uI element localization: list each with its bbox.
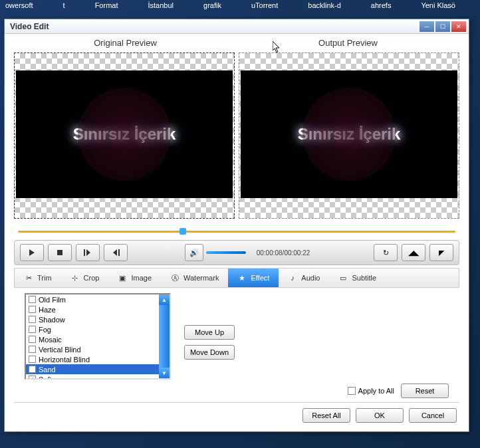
- ok-button[interactable]: OK: [356, 408, 404, 423]
- tab-trim[interactable]: ✂Trim: [15, 269, 61, 287]
- effect-item[interactable]: Mosaic: [26, 334, 159, 344]
- apply-row: Apply to All Reset: [25, 384, 449, 398]
- svg-rect-2: [118, 249, 120, 256]
- desktop-icon[interactable]: İstanbul: [148, 1, 174, 17]
- tab-audio[interactable]: ♪Audio: [279, 269, 329, 287]
- desktop-icon[interactable]: grafik: [203, 1, 221, 17]
- separator: [14, 402, 459, 403]
- reset-all-button[interactable]: Reset All: [302, 408, 350, 423]
- scroll-up-button[interactable]: ▲: [159, 294, 170, 305]
- watermark-icon: Ⓐ: [170, 273, 180, 282]
- scissors-icon: ✂: [24, 273, 33, 282]
- svg-rect-0: [57, 250, 62, 255]
- effect-item[interactable]: Old Film: [26, 294, 159, 304]
- volume-control: 🔊: [185, 244, 246, 261]
- effect-checkbox[interactable]: [29, 336, 36, 343]
- effect-checkbox[interactable]: [29, 296, 36, 303]
- checkbox-icon: [348, 387, 356, 395]
- effect-item[interactable]: Sand: [26, 364, 159, 374]
- effect-label: Shadow: [39, 316, 65, 324]
- output-preview[interactable]: Sınırsız İçerik: [239, 53, 459, 219]
- effect-checkbox[interactable]: [29, 356, 36, 363]
- effect-item[interactable]: Haze: [26, 304, 159, 314]
- desktop-icon[interactable]: backlink-d: [308, 1, 341, 17]
- effect-item[interactable]: Vertical Blind: [26, 344, 159, 354]
- star-icon: ★: [237, 273, 247, 282]
- effect-checkbox[interactable]: [29, 306, 36, 313]
- move-up-button[interactable]: Move Up: [184, 325, 235, 340]
- output-preview-label: Output Preview: [237, 38, 459, 53]
- desktop-icon[interactable]: Yeni Klasö: [421, 1, 455, 17]
- stop-button[interactable]: [48, 244, 72, 261]
- original-preview-label: Original Preview: [14, 38, 237, 53]
- effect-checkbox[interactable]: [29, 346, 36, 353]
- effect-label: Soften: [39, 376, 60, 379]
- effect-order-buttons: Move Up Move Down: [184, 293, 235, 380]
- effect-label: Old Film: [39, 296, 66, 304]
- effect-panel: Old FilmHazeShadowFogMosaicVertical Blin…: [25, 293, 449, 380]
- effect-checkbox[interactable]: [29, 366, 36, 373]
- timeline-track[interactable]: [18, 231, 455, 233]
- effect-item[interactable]: Fog: [26, 324, 159, 334]
- flip-vertical-button[interactable]: ◤: [429, 244, 453, 261]
- tab-subtitle[interactable]: ▭Subtitle: [329, 269, 386, 287]
- video-edit-window: Video Edit ─ ☐ ✕ Original Preview Output…: [4, 19, 469, 432]
- cancel-button[interactable]: Cancel: [409, 408, 457, 423]
- desktop-icon[interactable]: Format: [95, 1, 118, 17]
- effect-list: Old FilmHazeShadowFogMosaicVertical Blin…: [25, 293, 171, 380]
- rotate-button[interactable]: ↻: [374, 244, 398, 261]
- tabs-bar: ✂Trim ⊹Crop ▣Image ⒶWatermark ★Effect ♪A…: [14, 268, 459, 288]
- maximize-button[interactable]: ☐: [435, 21, 450, 32]
- tab-crop[interactable]: ⊹Crop: [61, 269, 109, 287]
- volume-button[interactable]: 🔊: [185, 244, 203, 261]
- desktop-icon[interactable]: uTorrent: [251, 1, 278, 17]
- flip-h-icon: ◢◣: [408, 249, 419, 257]
- effect-label: Mosaic: [39, 336, 62, 344]
- image-icon: ▣: [118, 273, 127, 282]
- desktop-icon[interactable]: t: [63, 1, 65, 17]
- effect-label: Fog: [39, 326, 51, 334]
- play-button[interactable]: [20, 244, 44, 261]
- tab-effect[interactable]: ★Effect: [228, 269, 279, 287]
- effect-label: Sand: [39, 366, 56, 374]
- effect-label: Horizontal Blind: [39, 356, 90, 364]
- reset-button[interactable]: Reset: [401, 384, 449, 398]
- effect-item[interactable]: Shadow: [26, 314, 159, 324]
- effect-item[interactable]: ✓Soften: [26, 374, 159, 378]
- desktop-icon[interactable]: ahrefs: [371, 1, 392, 17]
- trim-start-button[interactable]: [76, 244, 100, 261]
- tab-image[interactable]: ▣Image: [108, 269, 161, 287]
- window-title: Video Edit: [7, 22, 49, 31]
- volume-slider[interactable]: [206, 251, 246, 254]
- scroll-thumb[interactable]: [159, 305, 170, 368]
- close-button[interactable]: ✕: [451, 21, 466, 32]
- apply-to-all-checkbox[interactable]: Apply to All: [348, 387, 394, 395]
- effect-label: Haze: [39, 306, 56, 314]
- title-bar: Video Edit ─ ☐ ✕: [5, 19, 469, 34]
- desktop-icons: owersoft t Format İstanbul grafik uTorre…: [0, 0, 480, 19]
- scrollbar[interactable]: ▲ ▼: [159, 294, 170, 378]
- preview-area: Original Preview Output Preview Sınırsız…: [5, 34, 469, 219]
- flip-v-icon: ◤: [439, 249, 444, 257]
- trim-end-button[interactable]: [104, 244, 128, 261]
- timeline[interactable]: [18, 228, 455, 235]
- minimize-button[interactable]: ─: [420, 21, 434, 32]
- effect-label: Vertical Blind: [39, 346, 81, 354]
- title-bar-buttons: ─ ☐ ✕: [420, 21, 466, 32]
- effect-checkbox[interactable]: [29, 326, 36, 333]
- effect-checkbox[interactable]: [29, 316, 36, 323]
- dialog-buttons: Reset All OK Cancel: [17, 408, 457, 423]
- tab-watermark[interactable]: ⒶWatermark: [161, 269, 228, 287]
- svg-rect-1: [84, 249, 85, 256]
- time-display: 00:00:08/00:00:22: [257, 249, 310, 257]
- original-preview[interactable]: Sınırsız İçerik: [14, 53, 235, 219]
- scroll-down-button[interactable]: ▼: [159, 368, 170, 378]
- move-down-button[interactable]: Move Down: [184, 345, 235, 360]
- timeline-handle[interactable]: [180, 228, 186, 235]
- flip-horizontal-button[interactable]: ◢◣: [402, 244, 425, 261]
- effect-item[interactable]: Horizontal Blind: [26, 354, 159, 364]
- effect-checkbox[interactable]: ✓: [29, 376, 36, 378]
- speaker-icon: 🔊: [189, 249, 199, 257]
- desktop-icon[interactable]: owersoft: [5, 1, 33, 17]
- subtitle-icon: ▭: [338, 273, 348, 282]
